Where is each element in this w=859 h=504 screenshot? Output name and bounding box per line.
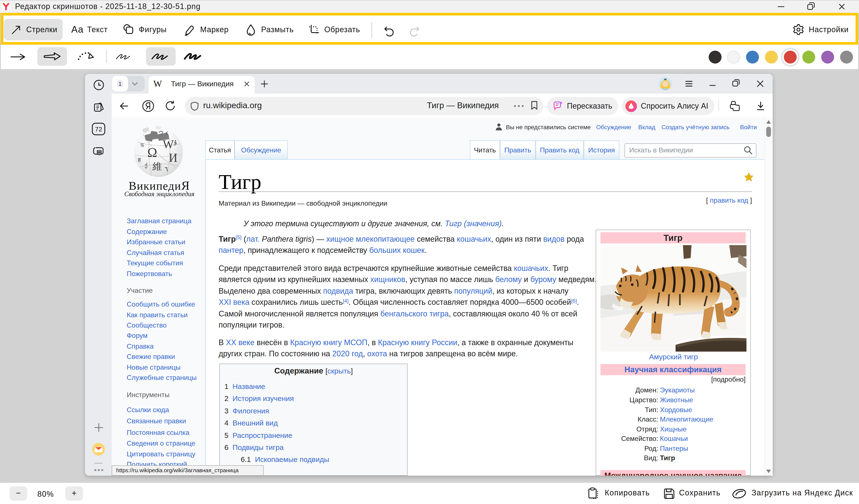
svg-text:ウィ: ウィ <box>159 130 169 135</box>
svg-text:ह: ह <box>138 156 141 163</box>
svg-text:ۇ: ۇ <box>174 138 177 145</box>
svg-text:٦: ٦ <box>165 166 168 172</box>
svg-text:W: W <box>163 138 174 151</box>
svg-text:И: И <box>169 151 177 165</box>
svg-text:維: 維 <box>152 161 162 172</box>
svg-text:ქ: ქ <box>145 163 147 168</box>
svg-text:ড: ড <box>140 141 144 149</box>
svg-text:1: 1 <box>119 81 122 87</box>
svg-text:Ω: Ω <box>147 145 157 159</box>
